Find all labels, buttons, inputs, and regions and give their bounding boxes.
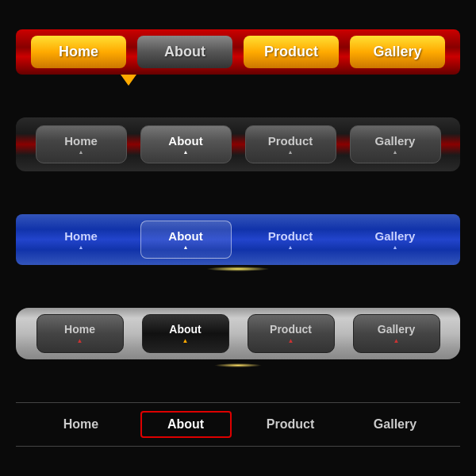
navbar-3: Home▲ About▲ Product▲ Gallery▲ [16,214,460,265]
nav3-product[interactable]: Product▲ [245,221,336,258]
nav3-home[interactable]: Home▲ [36,221,127,258]
nav5-about[interactable]: About [140,411,232,438]
nav3-gallery-arrow: ▲ [350,244,441,250]
nav1-arrow [121,75,136,86]
nav1-product[interactable]: Product [244,36,339,68]
nav3-home-arrow: ▲ [36,244,127,250]
nav2-home-arrow: ▲ [36,149,126,155]
nav4-gallery-arrow: ▲ [354,337,440,344]
nav1-home[interactable]: Home [31,36,126,68]
nav2-product-arrow: ▲ [246,149,336,155]
nav4-gallery[interactable]: Gallery▲ [353,314,440,353]
navbar-1: Home About Product Gallery [16,29,460,75]
nav3-product-arrow: ▲ [245,244,336,250]
nav4-about[interactable]: About▲ [142,314,229,353]
nav2-product[interactable]: Product▲ [245,125,336,163]
navbar-5: Home About Product Gallery [16,402,460,447]
nav2-gallery-arrow: ▲ [351,149,440,155]
nav2-about[interactable]: About▲ [140,125,232,163]
nav3-gallery[interactable]: Gallery▲ [350,221,441,258]
navbar-2: Home▲ About▲ Product▲ Gallery▲ [16,117,460,171]
nav4-about-arrow: ▲ [143,337,228,344]
nav1-gallery[interactable]: Gallery [350,36,445,68]
nav3-about-arrow: ▲ [141,244,231,250]
nav4-product-arrow: ▲ [248,337,334,344]
navbar-4: Home▲ About▲ Product▲ Gallery▲ [16,308,460,359]
nav5-gallery[interactable]: Gallery [350,411,441,438]
nav5-product[interactable]: Product [245,411,336,438]
nav4-home[interactable]: Home▲ [36,314,124,353]
nav4-home-arrow: ▲ [37,337,123,344]
nav2-about-arrow: ▲ [141,149,231,155]
nav2-home[interactable]: Home▲ [36,125,127,163]
nav4-product[interactable]: Product▲ [248,314,335,353]
nav5-home[interactable]: Home [36,411,127,438]
nav3-about[interactable]: About▲ [140,221,232,259]
nav2-gallery[interactable]: Gallery▲ [350,125,441,163]
nav1-about[interactable]: About [137,36,232,68]
